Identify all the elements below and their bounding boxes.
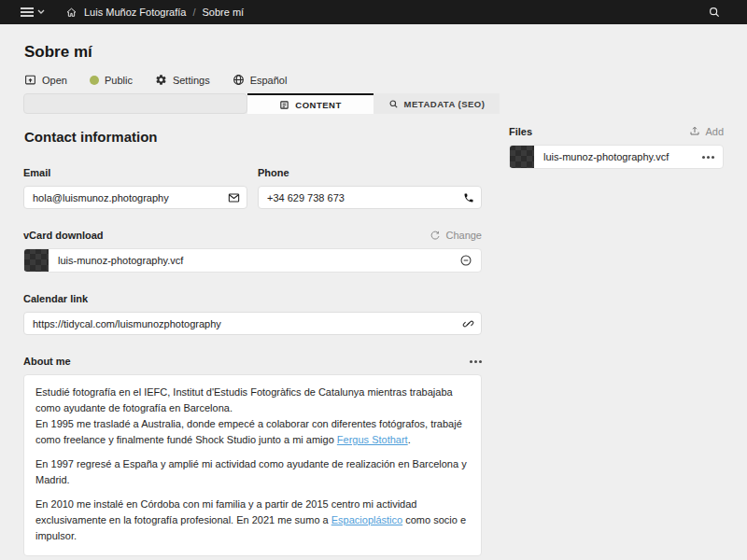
search-icon xyxy=(388,99,399,109)
file-name: luis-munoz-photography.vcf xyxy=(534,151,702,162)
page-toolbar: Open Public Settings Español xyxy=(24,74,287,86)
calendar-section: Calendar link xyxy=(23,293,482,335)
settings-button[interactable]: Settings xyxy=(155,74,210,86)
vcard-file-name: luis-munoz-photography.vcf xyxy=(49,255,459,266)
envelope-icon xyxy=(228,191,240,203)
about-me-editor[interactable]: Estudié fotografía en el IEFC, Institut … xyxy=(23,374,482,556)
settings-label: Settings xyxy=(173,75,210,86)
minus-circle-icon xyxy=(459,254,472,267)
about-paragraph: En 1997 regresé a España y amplié mi act… xyxy=(35,456,470,488)
vcard-change-label: Change xyxy=(445,230,482,241)
sync-icon xyxy=(430,230,441,241)
vcard-change-button[interactable]: Change xyxy=(430,230,482,241)
tab-metadata-seo[interactable]: METADATA (SEO) xyxy=(374,93,500,114)
about-me-section: About me Estudié fotografía en el IEFC, … xyxy=(23,356,482,556)
globe-icon xyxy=(233,74,245,86)
about-text: En 1997 regresé a España y amplié mi act… xyxy=(35,458,467,485)
vcard-section: vCard download Change luis-munoz-photogr… xyxy=(23,230,482,273)
open-window-icon xyxy=(24,74,36,86)
breadcrumb: Luis Muñoz Fotografía / Sobre mí xyxy=(65,7,244,19)
vcard-file-row[interactable]: luis-munoz-photography.vcf xyxy=(23,248,482,273)
email-input[interactable] xyxy=(23,186,247,209)
phone-field-group: Phone xyxy=(258,167,482,209)
about-more-options-button[interactable] xyxy=(470,360,482,363)
status-dot-icon xyxy=(90,76,99,85)
file-list-item[interactable]: luis-munoz-photography.vcf xyxy=(509,145,724,169)
phone-icon xyxy=(463,192,474,203)
calendar-link-input[interactable] xyxy=(23,312,482,335)
tab-content-label: CONTENT xyxy=(295,100,341,110)
phone-input[interactable] xyxy=(258,186,482,209)
about-me-label: About me xyxy=(23,356,71,367)
breadcrumb-site[interactable]: Luis Muñoz Fotografía xyxy=(84,7,186,18)
tab-content[interactable]: CONTENT xyxy=(247,93,374,114)
language-label: Español xyxy=(250,75,288,86)
language-button[interactable]: Español xyxy=(233,74,288,86)
status-label: Public xyxy=(105,75,133,86)
open-button[interactable]: Open xyxy=(24,74,67,86)
hamburger-menu-icon xyxy=(21,7,34,18)
page-title: Sobre mí xyxy=(24,43,92,62)
breadcrumb-page[interactable]: Sobre mí xyxy=(203,7,245,18)
espacioplastico-link[interactable]: Espacioplástico xyxy=(331,514,402,525)
app-header: Luis Muñoz Fotografía / Sobre mí xyxy=(0,0,747,24)
about-paragraph: En 2010 me instalé en Córdoba con mi fam… xyxy=(35,497,470,544)
upload-icon xyxy=(689,125,700,137)
about-text: Estudié fotografía en el IEFC, Institut … xyxy=(35,386,453,413)
contact-information-heading: Contact information xyxy=(24,129,482,145)
about-text: . xyxy=(408,434,411,445)
file-more-options-button[interactable] xyxy=(702,156,723,159)
email-field-group: Email xyxy=(23,167,247,209)
about-paragraph: Estudié fotografía en el IEFC, Institut … xyxy=(35,385,470,448)
file-thumbnail xyxy=(510,145,534,169)
search-icon[interactable] xyxy=(708,6,721,19)
tab-metadata-label: METADATA (SEO) xyxy=(404,99,486,109)
gear-icon xyxy=(155,74,167,86)
chevron-down-icon xyxy=(37,9,45,15)
fergus-stothart-link[interactable]: Fergus Stothart xyxy=(337,434,408,445)
remove-file-button[interactable] xyxy=(459,254,481,267)
collapsed-panel[interactable] xyxy=(23,93,247,114)
breadcrumb-separator: / xyxy=(192,7,195,18)
main-content: Contact information Email Phone vCard do… xyxy=(23,125,482,560)
file-thumbnail xyxy=(24,248,49,273)
more-options-icon xyxy=(474,360,477,363)
main-menu-toggle[interactable] xyxy=(21,7,45,18)
article-icon xyxy=(279,100,289,110)
files-label: Files xyxy=(509,126,532,137)
home-icon[interactable] xyxy=(65,7,78,19)
status-button[interactable]: Public xyxy=(90,75,133,86)
link-icon xyxy=(462,317,474,329)
tab-bar: CONTENT METADATA (SEO) xyxy=(0,93,747,114)
email-label: Email xyxy=(23,167,247,178)
files-add-button[interactable]: Add xyxy=(689,125,724,137)
vcard-label: vCard download xyxy=(23,230,104,241)
calendar-link-label: Calendar link xyxy=(23,293,482,304)
files-panel: Files Add luis-munoz-photography.vcf xyxy=(509,125,724,169)
more-options-icon xyxy=(707,156,710,159)
open-label: Open xyxy=(42,75,67,86)
files-add-label: Add xyxy=(705,126,724,137)
phone-label: Phone xyxy=(258,167,482,178)
